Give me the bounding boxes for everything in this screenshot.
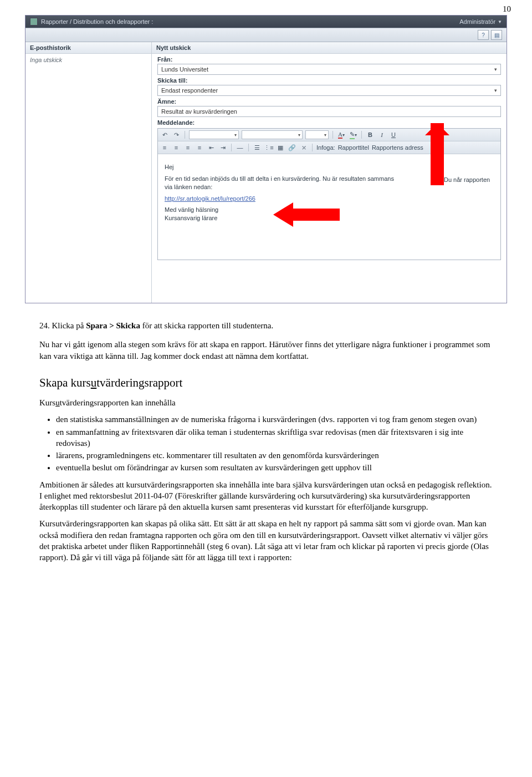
chevron-down-icon: ▾ [494,67,497,72]
separator [185,131,185,139]
underline-icon[interactable]: U [389,130,398,139]
separator [361,131,362,139]
app-logo-icon [30,18,38,26]
list-item: den statistiska sammanställningen av de … [56,414,493,425]
document-body: 24. Klicka på Spara > Skicka för att ski… [25,313,507,591]
help-button[interactable]: ? [478,30,489,40]
left-column-header: E-posthistorik [25,42,151,54]
app-body: E-posthistorik Inga utskick Nytt utskick… [25,42,507,303]
unlink-icon[interactable]: ⤫ [299,143,308,152]
redo-icon[interactable]: ↷ [172,130,181,139]
from-select[interactable]: Lunds Universitet ▾ [157,64,501,75]
indent-icon[interactable]: ⇥ [218,143,227,152]
highlight-icon[interactable]: ✎▾ [349,130,357,139]
right-column-header: Nytt utskick [152,42,507,54]
separator [332,131,333,139]
paragraph-3: Kursutvärderingsrapporten kan skapas på … [39,518,493,563]
insert-label: Infoga: [316,144,335,151]
app-screenshot: Rapporter / Distribution och delrapporte… [25,15,507,303]
side-note-text: Du når rapporten [444,176,490,183]
editor-content[interactable]: Hej För en tid sedan inbjöds du till att… [158,154,500,260]
app-toolbar: ? ▤ [25,28,507,42]
subject-input[interactable]: Resultat av kursvärderingen [157,106,501,117]
report-link[interactable]: http://sr.artologik.net/lu/report/266 [165,195,255,202]
subject-value: Resultat av kursvärderingen [161,108,237,115]
svg-marker-0 [273,202,340,227]
right-column: Nytt utskick Från: Lunds Universitet ▾ S… [152,42,507,303]
from-label: Från: [157,56,501,63]
align-justify-icon[interactable]: ≡ [195,143,204,152]
link-icon[interactable]: 🔗 [288,143,296,152]
editor: ↶ ↷ ▾ ▾ ▾ A▾ ✎▾ B I U ≡ ≡ ≡ [157,128,501,260]
undo-icon[interactable]: ↶ [160,130,169,139]
app-header: Rapporter / Distribution och delrapporte… [25,16,507,28]
paragraph-select[interactable]: ▾ [189,130,239,139]
insert-report-title-button[interactable]: Rapporttitel [338,144,369,151]
intro-paragraph: Nu har vi gått igenom alla stegen som kr… [39,339,493,362]
list-item: lärarens, programledningens etc. komment… [56,450,493,461]
message-label: Meddelande: [157,119,501,126]
admin-menu[interactable]: Administratör ▼ [459,18,502,25]
bullet-list: den statistiska sammanställningen av de … [56,414,493,473]
print-button[interactable]: ▤ [491,30,502,40]
table-icon[interactable]: ▦ [276,143,285,152]
step-24: 24. Klicka på Spara > Skicka för att ski… [39,320,493,331]
help-icon: ? [482,32,485,38]
admin-label: Administratör [459,18,495,25]
page-number: 10 [0,0,532,15]
align-left-icon[interactable]: ≡ [160,143,169,152]
font-size-select[interactable]: ▾ [305,130,329,139]
from-value: Lunds Universitet [161,66,208,73]
chevron-down-icon: ▾ [494,88,497,93]
font-family-select[interactable]: ▾ [242,130,303,139]
font-color-icon[interactable]: A▾ [337,130,346,139]
left-column: E-posthistorik Inga utskick [25,42,152,303]
list-item: en sammanfattning av fritextsvaren där o… [56,426,493,449]
svg-marker-2 [425,123,449,135]
empty-list-note: Inga utskick [25,54,151,66]
hr-icon[interactable]: — [236,143,244,152]
separator [231,144,232,151]
separator [248,144,249,151]
ordered-list-icon[interactable]: ☰ [253,143,262,152]
chevron-down-icon: ▼ [498,19,502,24]
insert-report-address-button[interactable]: Rapportens adress [372,144,423,151]
to-label: Skicka till: [157,77,501,84]
to-select[interactable]: Endast respondenter ▾ [157,85,501,96]
italic-icon[interactable]: I [377,130,386,139]
align-right-icon[interactable]: ≡ [183,143,192,152]
paragraph-2: Ambitionen är således att kursutvärderin… [39,479,493,513]
separator [312,144,313,151]
to-value: Endast respondenter [161,87,218,94]
breadcrumb: Rapporter / Distribution och delrapporte… [41,18,153,25]
annotation-arrow-down-icon [425,123,449,185]
subject-label: Ämne: [157,98,501,105]
document-icon: ▤ [494,32,499,38]
unordered-list-icon[interactable]: ⋮≡ [264,143,273,152]
list-intro: Kursutvärderingsrapporten kan innehålla [39,397,493,408]
annotation-arrow-left-icon [273,201,340,228]
outdent-icon[interactable]: ⇤ [207,143,216,152]
list-item: eventuella beslut om förändringar av kur… [56,462,493,473]
bold-icon[interactable]: B [366,130,375,139]
align-center-icon[interactable]: ≡ [172,143,181,152]
section-heading: Skapa kursutvärderingsrapport [39,375,493,390]
